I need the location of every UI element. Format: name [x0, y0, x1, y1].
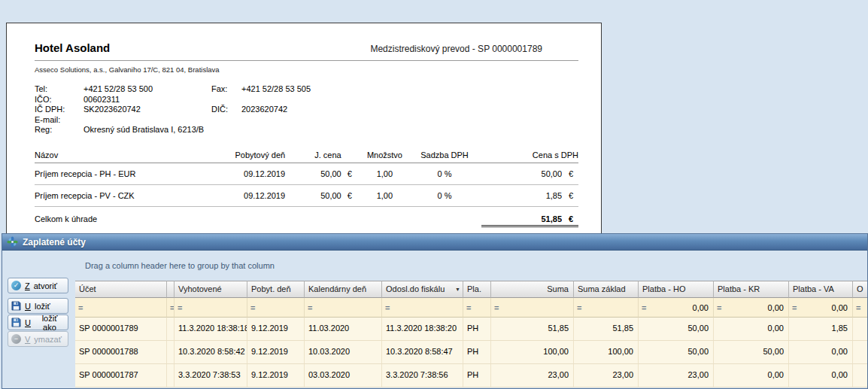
- cell-pla[interactable]: PH: [463, 318, 491, 340]
- col-pobytovy-den: Pobytový deň: [233, 150, 286, 160]
- cell-platba-va[interactable]: 1,85: [789, 318, 853, 340]
- filter-operator-button[interactable]: =: [308, 303, 312, 312]
- grid-header-row: Účet Vyhotovené Pobyt. deň Kalendárny de…: [75, 281, 868, 298]
- cell-suma[interactable]: 51,85: [491, 318, 574, 340]
- grid-row[interactable]: SP 0000001788 10.3.2020 8:58:42 9.12.201…: [75, 341, 868, 364]
- cell-pobyt-den[interactable]: 9.12.2019: [247, 364, 305, 387]
- filter-cell-ucet[interactable]: =: [75, 298, 167, 318]
- cell-ucet[interactable]: SP 0000001788: [75, 341, 167, 363]
- cell-odosl-fiskal[interactable]: 10.3.2020 8:58:47: [382, 341, 463, 363]
- filter-value: 0,00: [800, 303, 852, 312]
- cell-platba-ho[interactable]: 23,00: [639, 364, 714, 387]
- filter-operator-button[interactable]: =: [642, 303, 646, 312]
- cell-suma[interactable]: 100,00: [491, 341, 574, 363]
- icdph-label: IČ DPH:: [35, 105, 83, 115]
- filter-operator-button[interactable]: =: [178, 303, 182, 312]
- item-vat: 0 %: [407, 169, 481, 178]
- dic-label: DIČ:: [211, 105, 241, 115]
- filter-operator-button[interactable]: =: [385, 303, 390, 312]
- grid-row[interactable]: SP 0000001789 11.3.2020 18:38:18 9.12.20…: [75, 318, 868, 341]
- filter-operator-button[interactable]: =: [78, 303, 83, 312]
- cell-suma-zaklad[interactable]: 100,00: [574, 341, 639, 363]
- col-header-pla[interactable]: Pla.: [463, 281, 491, 298]
- cell-ucet[interactable]: SP 0000001787: [75, 364, 167, 387]
- cell-platba-kr[interactable]: 0,00: [714, 364, 789, 387]
- col-header-odosl-fiskal[interactable]: Odosl.do fiskálu ▼: [382, 281, 463, 298]
- total-amount-group: 51,85 €: [481, 214, 578, 227]
- cell-kalendarny-den[interactable]: 03.03.2020: [305, 364, 382, 387]
- filter-operator-button[interactable]: =: [577, 303, 581, 312]
- filter-operator-button[interactable]: =: [717, 303, 721, 312]
- cell-platba-kr[interactable]: 0,00: [714, 318, 789, 340]
- item-vat: 0 %: [407, 191, 481, 200]
- grid-row[interactable]: SP 0000001787 3.3.2020 7:38:53 9.12.2019…: [75, 364, 868, 387]
- filter-operator-button[interactable]: =: [792, 303, 797, 312]
- reg-value: Okresný súd Bratislava I, 6213/B: [83, 125, 578, 135]
- filter-cell-pla[interactable]: =: [463, 298, 491, 318]
- cell-spacer[interactable]: [167, 318, 175, 340]
- cell-vyhotovene[interactable]: 11.3.2020 18:38:18: [175, 318, 247, 340]
- cell-pla[interactable]: PH: [463, 341, 491, 363]
- col-header-pobyt-den[interactable]: Pobyt. deň: [247, 281, 305, 298]
- col-header-vyhotovene[interactable]: Vyhotovené: [175, 281, 247, 298]
- cell-pobyt-den[interactable]: 9.12.2019: [247, 341, 305, 363]
- cell-kalendarny-den[interactable]: 11.03.2020: [305, 318, 382, 340]
- filter-cell-last[interactable]: =: [853, 298, 868, 318]
- cell-platba-ho[interactable]: 50,00: [639, 341, 714, 363]
- cell-pobyt-den[interactable]: 9.12.2019: [247, 318, 305, 340]
- cell-spacer[interactable]: [167, 341, 175, 363]
- cell-suma[interactable]: 23,00: [491, 364, 574, 387]
- filter-cell-kalendarny-den[interactable]: =: [305, 298, 382, 318]
- filter-cell-odosl-fiskal[interactable]: =: [382, 298, 463, 318]
- zatvorit-button[interactable]: ✓ Zatvoriť: [8, 278, 68, 293]
- cell-platba-ho[interactable]: 50,00: [639, 318, 714, 340]
- filter-cell-platba-ho[interactable]: =0,00: [639, 298, 714, 318]
- filter-dropdown-icon[interactable]: ▼: [454, 281, 463, 297]
- ulozit-ako-label: ložiť ako: [35, 314, 65, 332]
- ulozit-accel: U: [25, 302, 31, 311]
- filter-operator-button[interactable]: =: [856, 303, 860, 312]
- cell-vyhotovene[interactable]: 3.3.2020 7:38:53: [175, 364, 247, 387]
- col-header-platba-kr[interactable]: Platba - KR: [714, 281, 789, 298]
- cell-spacer[interactable]: [167, 364, 175, 387]
- cell-odosl-fiskal[interactable]: 11.3.2020 18:38:20: [382, 318, 463, 340]
- col-header-last[interactable]: O: [853, 281, 868, 298]
- delete-icon: −: [11, 334, 21, 344]
- cell-last[interactable]: [853, 364, 868, 387]
- window-titlebar[interactable]: Zaplatené účty: [2, 234, 867, 251]
- filter-cell-pobyt-den[interactable]: =: [247, 298, 305, 318]
- cell-vyhotovene[interactable]: 10.3.2020 8:58:42: [175, 341, 247, 363]
- group-by-panel[interactable]: Drag a column header here to group by th…: [75, 251, 868, 281]
- col-header-suma-zaklad[interactable]: Suma základ: [574, 281, 639, 298]
- filter-cell-vyhotovene[interactable]: =: [175, 298, 247, 318]
- vymazat-button[interactable]: − Vymazať: [8, 331, 68, 347]
- cell-platba-va[interactable]: 0,00: [789, 364, 853, 387]
- filter-operator-button[interactable]: =: [466, 303, 471, 312]
- col-header-suma[interactable]: Suma: [491, 281, 574, 298]
- cell-last[interactable]: [853, 341, 868, 363]
- col-header-spacer[interactable]: [167, 281, 175, 298]
- filter-cell-platba-va[interactable]: =0,00: [789, 298, 853, 318]
- filter-cell-platba-kr[interactable]: =0,00: [714, 298, 789, 318]
- filter-cell-suma-zaklad[interactable]: =: [574, 298, 639, 318]
- col-header-platba-ho[interactable]: Platba - HO: [639, 281, 714, 298]
- filter-operator-button[interactable]: =: [494, 303, 499, 312]
- cell-suma-zaklad[interactable]: 23,00: [574, 364, 639, 387]
- filter-cell-suma[interactable]: =: [491, 298, 574, 318]
- col-header-ucet[interactable]: Účet: [75, 281, 167, 298]
- ulozit-button[interactable]: Uložiť: [8, 298, 68, 314]
- cell-suma-zaklad[interactable]: 51,85: [574, 318, 639, 340]
- cell-kalendarny-den[interactable]: 10.03.2020: [305, 341, 382, 363]
- cell-odosl-fiskal[interactable]: 3.3.2020 7:38:56: [382, 364, 463, 387]
- cell-ucet[interactable]: SP 0000001789: [75, 318, 167, 340]
- cell-platba-va[interactable]: 0,00: [789, 341, 853, 363]
- cell-platba-kr[interactable]: 50,00: [714, 341, 789, 363]
- cell-pla[interactable]: PH: [463, 364, 491, 387]
- zatvorit-label: atvoriť: [34, 281, 57, 290]
- filter-cell-spacer[interactable]: =: [167, 298, 175, 318]
- cell-last[interactable]: [853, 318, 868, 340]
- ulozit-ako-button[interactable]: Uložiť ako: [8, 315, 68, 330]
- col-header-kalendarny-den[interactable]: Kalendárny deň: [305, 281, 382, 298]
- col-header-platba-va[interactable]: Platba - VA: [789, 281, 853, 298]
- filter-operator-button[interactable]: =: [250, 303, 255, 312]
